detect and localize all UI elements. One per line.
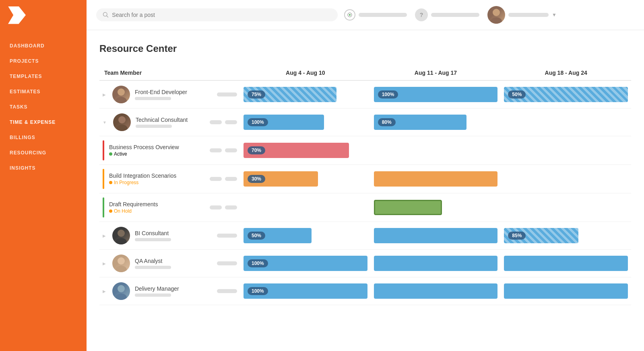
avatar xyxy=(112,86,130,103)
gantt-cell-aug4: 100% xyxy=(240,277,371,305)
project-name: Build Integration Scenarios xyxy=(109,172,205,179)
expand-icon[interactable]: ▶ xyxy=(103,261,106,266)
avatar xyxy=(112,255,130,272)
resource-table: Team Member Aug 4 - Aug 10 Aug 11 - Aug … xyxy=(99,66,631,305)
expand-icon[interactable]: ▼ xyxy=(103,120,107,125)
gantt-cell-aug18: 50% xyxy=(501,81,631,109)
project-name: Draft Requirements xyxy=(109,201,205,207)
gantt-cell-aug18 xyxy=(501,193,631,222)
gantt-badge: 100% xyxy=(248,259,268,267)
table-row: Draft Requirements On Hold xyxy=(99,193,631,222)
logo-area xyxy=(0,0,87,30)
gantt-bar: 100% xyxy=(374,87,498,102)
sidebar-item-insights[interactable]: INSIGHTS xyxy=(0,160,87,176)
chevron-down-icon: ▼ xyxy=(552,12,557,18)
sidebar-item-billings[interactable]: BILLINGS xyxy=(0,130,87,145)
gantt-cell-aug11 xyxy=(371,165,501,193)
table-row: ▼ Technical Consultant xyxy=(99,109,631,136)
expand-icon[interactable]: ▶ xyxy=(103,289,106,294)
svg-point-12 xyxy=(118,257,125,265)
topbar-help-pill xyxy=(431,13,479,17)
assign-pill xyxy=(225,148,237,152)
member-name: Front-End Developer xyxy=(135,89,187,95)
gantt-cell-aug11 xyxy=(371,193,501,222)
svg-point-14 xyxy=(118,285,125,292)
gantt-bar xyxy=(374,256,498,271)
assign-pill xyxy=(217,92,237,96)
sidebar-item-resourcing[interactable]: RESOURCING xyxy=(0,145,87,160)
sidebar-item-tasks[interactable]: TASKS xyxy=(0,99,87,115)
status-label: In Progress xyxy=(114,180,138,185)
project-indicator xyxy=(103,197,104,218)
member-sub-pill xyxy=(136,125,172,128)
gantt-badge: 30% xyxy=(248,175,265,183)
gantt-badge: 50% xyxy=(248,232,265,240)
member-name: BI Consultant xyxy=(135,230,171,236)
user-menu[interactable]: ▼ xyxy=(487,6,557,24)
member-sub-pill xyxy=(135,238,171,241)
table-row: ▶ QA Analyst xyxy=(99,250,631,277)
member-name: Technical Consultant xyxy=(136,117,188,123)
table-row: ▶ BI Consultant xyxy=(99,222,631,250)
gantt-badge: 85% xyxy=(508,232,526,240)
gantt-bar xyxy=(504,256,628,271)
gantt-bar xyxy=(374,283,498,299)
member-sub-pill xyxy=(135,294,171,297)
gantt-cell-aug18 xyxy=(501,277,631,305)
search-area[interactable] xyxy=(96,8,338,21)
member-name: QA Analyst xyxy=(135,258,171,264)
sidebar-nav: DASHBOARD PROJECTS TEMPLATES ESTIMATES T… xyxy=(0,30,87,176)
assign-pill xyxy=(210,120,222,124)
gantt-bar xyxy=(374,200,442,215)
logo-icon xyxy=(8,6,26,24)
help-icon[interactable]: ? xyxy=(415,8,428,21)
member-sub-pill xyxy=(135,97,171,100)
gantt-cell-aug18: 85% xyxy=(501,222,631,250)
table-row: Build Integration Scenarios In Progress xyxy=(99,165,631,193)
gantt-bar: 50% xyxy=(244,228,312,243)
sidebar: DASHBOARD PROJECTS TEMPLATES ESTIMATES T… xyxy=(0,0,87,351)
svg-point-15 xyxy=(116,294,127,300)
sidebar-item-projects[interactable]: PROJECTS xyxy=(0,53,87,69)
col-header-aug4: Aug 4 - Aug 10 xyxy=(240,66,371,81)
assign-pill xyxy=(217,234,237,238)
svg-point-11 xyxy=(116,238,127,244)
expand-icon[interactable]: ▶ xyxy=(103,92,106,97)
assign-pill xyxy=(210,148,222,152)
table-row: ▶ Delivery Manager xyxy=(99,277,631,305)
sidebar-item-time-expense[interactable]: TIME & EXPENSE xyxy=(0,115,87,130)
gantt-cell-aug11 xyxy=(371,136,501,165)
gantt-bar xyxy=(504,283,628,299)
gantt-badge: 100% xyxy=(248,118,268,126)
gantt-cell-aug11 xyxy=(371,250,501,277)
svg-point-3 xyxy=(349,14,351,16)
svg-point-9 xyxy=(116,125,128,131)
gantt-badge: 100% xyxy=(248,287,268,295)
search-input[interactable] xyxy=(112,12,331,18)
svg-point-7 xyxy=(116,97,127,103)
gantt-bar: 80% xyxy=(374,115,467,130)
status-label: Active xyxy=(114,151,127,157)
project-cell: Business Process Overview Active xyxy=(99,136,240,165)
project-cell: Draft Requirements On Hold xyxy=(99,193,240,222)
gantt-cell-aug11 xyxy=(371,222,501,250)
project-indicator xyxy=(103,169,104,189)
member-cell: ▶ Front-End Developer xyxy=(99,81,240,109)
gantt-cell-aug18 xyxy=(501,136,631,165)
table-row: Business Process Overview Active xyxy=(99,136,631,165)
gantt-bar: 75% xyxy=(244,87,336,102)
sidebar-item-estimates[interactable]: ESTIMATES xyxy=(0,84,87,99)
topbar: ? ▼ xyxy=(87,0,644,30)
avatar xyxy=(112,227,130,244)
notification-icon[interactable] xyxy=(344,9,355,21)
sidebar-item-templates[interactable]: TEMPLATES xyxy=(0,69,87,84)
col-header-aug11: Aug 11 - Aug 17 xyxy=(371,66,501,81)
svg-point-6 xyxy=(118,88,125,96)
gantt-cell-aug11: 100% xyxy=(371,81,501,109)
expand-icon[interactable]: ▶ xyxy=(103,234,106,238)
topbar-icons: ? ▼ xyxy=(344,6,557,24)
svg-point-8 xyxy=(118,116,126,123)
status-dot xyxy=(109,209,112,213)
svg-point-4 xyxy=(493,9,500,16)
sidebar-item-dashboard[interactable]: DASHBOARD xyxy=(0,38,87,53)
